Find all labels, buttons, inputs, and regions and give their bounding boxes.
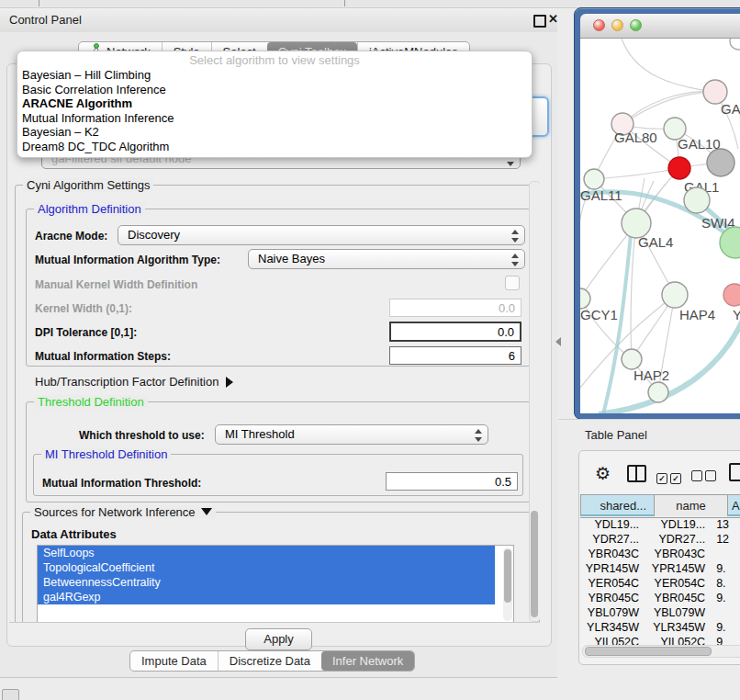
dpi-tolerance-field[interactable] — [389, 322, 521, 342]
node-label: GAL4 — [638, 234, 673, 250]
table-cell: 12 — [712, 532, 740, 547]
algorithm-option[interactable]: Dream8 DC_TDC Algorithm — [17, 140, 532, 154]
network-node-gcy1[interactable] — [580, 288, 590, 309]
table-cell: YLR345W — [646, 620, 712, 635]
aracne-mode-combo[interactable]: Discovery — [118, 225, 525, 245]
attribute-item[interactable]: gal4RGexp — [38, 590, 495, 604]
deselect-all-icon[interactable] — [691, 469, 719, 485]
document-icon[interactable] — [729, 463, 740, 481]
attribute-item[interactable]: TopologicalCoefficient — [38, 560, 495, 575]
algorithm-dropdown-popup: Select algorithm to view settings Bayesi… — [17, 51, 533, 158]
network-nodes: GALGAL80GAL10GAL1GAL11SWI4GAL4GCY1HAP4YH… — [580, 39, 740, 402]
close-icon[interactable]: ✕ — [548, 12, 558, 26]
splitter-collapse-icon[interactable] — [555, 337, 561, 346]
app-root: Control Panel ✕ NetworkStyleSelectCyni T… — [0, 0, 740, 700]
network-canvas[interactable]: GALGAL80GAL10GAL1GAL11SWI4GAL4GCY1HAP4YH… — [580, 39, 740, 413]
kernel-width-label: Kernel Width (0,1): — [35, 302, 132, 315]
algorithm-option[interactable]: Bayesian – K2 — [17, 125, 532, 140]
network-node[interactable] — [730, 39, 740, 50]
table-cell: 8. — [712, 576, 740, 591]
docked-panel-icon[interactable] — [2, 689, 19, 700]
node-label: GAL11 — [580, 187, 622, 203]
data-attributes-label: Data Attributes — [31, 527, 117, 541]
network-node-y[interactable] — [723, 284, 740, 306]
table-row[interactable]: YPR145WYPR145W9. — [580, 561, 740, 576]
zoom-traffic-light[interactable] — [630, 19, 642, 31]
node-label: Y — [733, 307, 740, 322]
table-cell — [712, 605, 740, 620]
attribute-item[interactable]: SelfLoops — [38, 546, 495, 560]
control-panel: Control Panel ✕ NetworkStyleSelectCyni T… — [0, 8, 557, 678]
network-node-hap2[interactable] — [622, 349, 642, 369]
column-header-name[interactable]: name — [654, 495, 727, 516]
mi-threshold-label: Mutual Information Threshold: — [42, 477, 201, 490]
network-graph: GALGAL80GAL10GAL1GAL11SWI4GAL4GCY1HAP4YH… — [580, 39, 740, 413]
toolbar-divider — [39, 0, 39, 6]
manual-kernel-checkbox[interactable] — [505, 276, 520, 290]
collapsed-arrow-icon — [226, 377, 233, 388]
control-panel-titlebar: Control Panel ✕ — [0, 8, 557, 32]
combo-stepper-icon — [511, 230, 518, 243]
column-header-shared...[interactable]: shared... — [580, 495, 654, 516]
table-row[interactable]: YDR27...YDR27...12 — [580, 532, 740, 547]
cyni-settings-title: Cyni Algorithm Settings — [23, 178, 153, 192]
algorithm-option[interactable]: Mutual Information Inference — [17, 111, 532, 126]
bottom-tab-discretize-data[interactable]: Discretize Data — [218, 651, 321, 671]
settings-scrollbar-thumb[interactable] — [531, 511, 538, 617]
network-node-gal11[interactable] — [584, 169, 604, 189]
network-node-swi4[interactable] — [684, 187, 710, 213]
table-cell: 9. — [712, 561, 740, 576]
split-columns-icon[interactable] — [627, 465, 646, 482]
algorithm-definition-title: Algorithm Definition — [34, 202, 145, 216]
mi-type-label: Mutual Information Algorithm Type: — [35, 254, 220, 266]
float-window-icon[interactable] — [533, 15, 546, 28]
table-cell: 9. — [712, 620, 740, 635]
close-traffic-light[interactable] — [593, 19, 605, 31]
table-row[interactable]: YBL079WYBL079W — [580, 605, 740, 620]
settings-scrollbar[interactable] — [529, 181, 540, 622]
list-scrollbar-thumb[interactable] — [504, 549, 511, 603]
table-row[interactable]: YLR345WYLR345W9. — [580, 620, 740, 635]
table-row[interactable]: YDL19...YDL19...13 — [580, 517, 740, 532]
hub-definition-toggle[interactable]: Hub/Transcription Factor Definition — [35, 375, 233, 389]
algorithm-option[interactable]: Bayesian – Hill Climbing — [17, 68, 532, 83]
data-attributes-list[interactable]: SelfLoopsTopologicalCoefficientBetweenne… — [37, 545, 514, 623]
network-node-hap4[interactable] — [662, 282, 688, 308]
attribute-item[interactable]: BetweennessCentrality — [38, 575, 495, 590]
table-hscrollbar[interactable] — [582, 645, 740, 658]
bottom-tab-infer-network[interactable]: Infer Network — [321, 651, 414, 671]
column-header-A[interactable]: A — [727, 495, 740, 516]
node-label: GCY1 — [580, 307, 618, 322]
kernel-width-field[interactable] — [389, 299, 521, 317]
table-cell: YBR043C — [580, 547, 646, 561]
mi-algorithm-type-combo[interactable]: Naive Bayes — [248, 249, 525, 269]
minimize-traffic-light[interactable] — [611, 19, 623, 31]
table-row[interactable]: YBR045CYBR045C9. — [580, 591, 740, 605]
mi-steps-field[interactable] — [389, 346, 521, 365]
algorithm-option[interactable]: Basic Correlation Inference — [17, 83, 532, 97]
sources-title[interactable]: Sources for Network Inference — [30, 505, 216, 519]
select-all-icon[interactable]: ✓✓ — [656, 469, 684, 485]
network-view-window: GALGAL80GAL10GAL1GAL11SWI4GAL4GCY1HAP4YH… — [574, 7, 740, 420]
table-panel-title: Table Panel — [585, 428, 647, 442]
which-threshold-combo[interactable]: MI Threshold — [215, 424, 488, 445]
combo-stepper-icon — [511, 254, 518, 266]
table-row[interactable]: YER054CYER054C8. — [580, 576, 740, 591]
table-panel-header: Table Panel — [558, 419, 740, 449]
list-scrollbar[interactable] — [503, 548, 512, 621]
network-node[interactable] — [707, 149, 734, 176]
mi-threshold-field[interactable] — [386, 472, 518, 491]
table-hscrollbar-thumb[interactable] — [585, 647, 712, 656]
table-row[interactable]: YBR043CYBR043C — [580, 547, 740, 561]
algorithm-placeholder: Select algorithm to view settings — [17, 53, 532, 68]
bottom-tab-impute-data[interactable]: Impute Data — [130, 651, 218, 671]
table-cell: YBL079W — [646, 605, 712, 620]
algorithm-option[interactable]: ARACNE Algorithm — [17, 96, 532, 111]
node-label: GAL10 — [678, 136, 721, 152]
apply-button[interactable]: Apply — [245, 628, 312, 650]
network-node-gal1[interactable] — [668, 157, 690, 179]
table-cell: YER054C — [646, 576, 712, 591]
network-node[interactable] — [648, 382, 668, 402]
dpi-tolerance-label: DPI Tolerance [0,1]: — [35, 326, 137, 339]
settings-gear-icon[interactable]: ⚙ — [595, 463, 611, 484]
